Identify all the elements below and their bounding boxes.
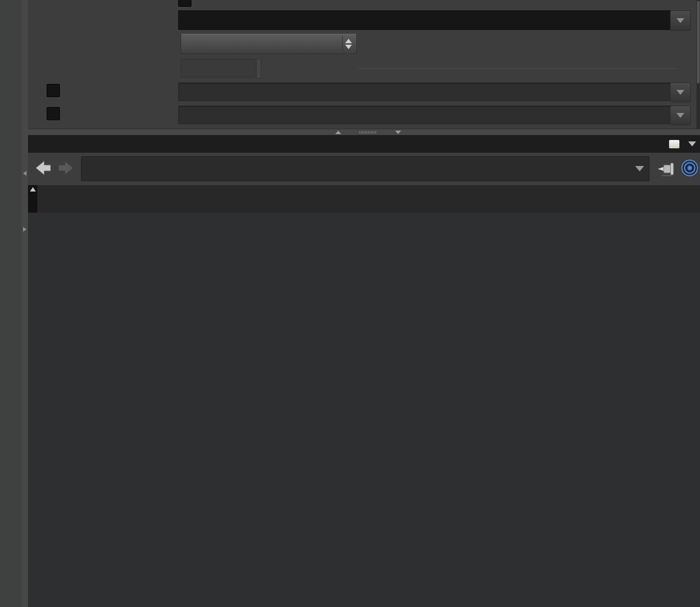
parameter-scrollbar[interactable]: [697, 0, 700, 129]
path-dropdown-icon[interactable]: [635, 166, 644, 171]
left-shelf-toolbar: [0, 0, 22, 607]
chevron-down-icon: [676, 113, 684, 118]
expand-up-icon[interactable]: [335, 131, 341, 134]
invert-transformation-checkbox[interactable]: [178, 0, 191, 7]
groups-to-copy-input[interactable]: [178, 106, 673, 124]
path-bar: [28, 153, 700, 186]
pane-splitter[interactable]: [22, 0, 28, 607]
dropdown-spinner-icon[interactable]: [342, 36, 354, 52]
parameter-panel: [28, 0, 700, 129]
groups-to-copy-checkbox[interactable]: [47, 107, 60, 120]
network-path-field[interactable]: [81, 156, 649, 181]
value-ladder-handle[interactable]: [256, 59, 261, 79]
back-arrow-icon: [34, 158, 53, 178]
pane-tab-bar: [28, 135, 700, 153]
pane-maximize-icon[interactable]: [669, 140, 679, 148]
pane-edge-strip: [28, 185, 37, 213]
forward-button[interactable]: [56, 158, 75, 178]
network-editor[interactable]: [28, 213, 700, 607]
collapse-right-arrow[interactable]: [23, 227, 27, 232]
pin-pane-button[interactable]: [657, 160, 676, 180]
attributes-to-copy-menu-button[interactable]: [670, 83, 691, 102]
back-button[interactable]: [34, 158, 53, 178]
houdini-window: [0, 0, 700, 607]
attributes-to-copy-checkbox[interactable]: [47, 84, 60, 97]
collapse-left-arrow[interactable]: [23, 171, 27, 176]
chevron-down-icon: [676, 90, 684, 95]
forward-arrow-icon: [56, 158, 75, 178]
chevron-down-icon: [676, 18, 684, 23]
pane-menu-icon[interactable]: [688, 141, 696, 146]
network-menu-bar: [28, 185, 700, 213]
follow-focus-button[interactable]: [680, 158, 700, 180]
node-wires: [28, 213, 700, 607]
integrate-over-time-input: [181, 59, 255, 78]
groups-to-copy-menu-button[interactable]: [670, 106, 691, 125]
expand-down-icon[interactable]: [395, 131, 401, 134]
attributes-to-copy-input[interactable]: [178, 83, 673, 101]
attributes-to-transform-input[interactable]: [178, 10, 673, 30]
pushpin-icon: [657, 160, 676, 178]
row-divider: [358, 68, 677, 69]
radar-target-icon: [680, 158, 700, 178]
divider-grip[interactable]: [359, 131, 377, 134]
point-velocities-dropdown[interactable]: [181, 34, 357, 54]
expand-pane-icon[interactable]: [30, 187, 36, 192]
attributes-to-transform-menu-button[interactable]: [670, 10, 691, 31]
